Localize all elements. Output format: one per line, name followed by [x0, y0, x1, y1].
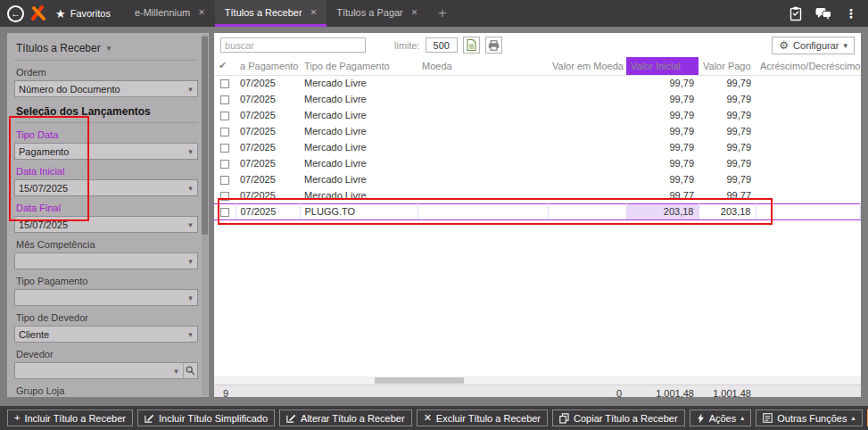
row-checkbox[interactable]: [220, 128, 229, 136]
table-body: 07/2025Mercado Livre99,7999,7907/2025Mer…: [214, 75, 861, 219]
export-button[interactable]: [463, 37, 480, 54]
search-input[interactable]: [220, 37, 366, 53]
row-checkbox[interactable]: [220, 144, 229, 153]
tab-e-millennium[interactable]: e-Millennium ✕: [125, 0, 215, 27]
chevron-down-icon: ▾: [169, 367, 183, 376]
table-row[interactable]: 07/2025Mercado Livre99,7999,79: [214, 75, 861, 91]
ordem-dropdown[interactable]: Número do Documento ▾: [14, 80, 198, 97]
column-header-valor-pago[interactable]: Valor Pago: [699, 57, 756, 75]
table-row[interactable]: 07/2025Mercado Livre99,7799,77: [214, 187, 861, 203]
close-icon[interactable]: ✕: [198, 8, 205, 17]
acoes-button[interactable]: Ações ▴: [690, 409, 752, 426]
kebab-menu-icon[interactable]: ⋮: [845, 6, 857, 21]
row-checkbox-cell: [214, 75, 236, 91]
table-cell: [756, 91, 861, 107]
row-checkbox[interactable]: [220, 160, 229, 169]
tipo-devedor-dropdown[interactable]: Cliente ▾: [14, 326, 198, 343]
tab-label: Títulos a Pagar: [336, 7, 403, 18]
table-row[interactable]: 07/2025Mercado Livre99,7999,79: [214, 155, 861, 171]
back-button[interactable]: ←: [7, 5, 24, 22]
chevron-down-icon: ▾: [184, 294, 197, 302]
favorites-button[interactable]: ★ Favoritos: [55, 7, 111, 21]
table-row[interactable]: 07/2025Mercado Livre99,7999,79: [214, 107, 861, 123]
chat-icon[interactable]: [815, 7, 831, 21]
topbar-right-icons: ⋮: [789, 6, 857, 21]
dropdown-value: [15, 293, 184, 302]
scrollbar-thumb[interactable]: [375, 377, 464, 384]
devedor-dropdown[interactable]: ▾: [14, 362, 198, 379]
row-checkbox[interactable]: [220, 112, 229, 120]
outras-funcoes-button[interactable]: Outras Funções ▴: [756, 409, 862, 426]
field-label-tipo-data: Tipo Data: [16, 129, 198, 141]
field-label-grupo-loja: Grupo Loja: [16, 385, 198, 397]
tab-titulos-a-pagar[interactable]: Títulos a Pagar ✕: [327, 0, 427, 27]
data-inicial-dropdown[interactable]: 15/07/2025 ▾: [14, 179, 198, 196]
table-cell: 99,79: [699, 107, 756, 123]
incluir-titulo-simplificado-button[interactable]: Incluir Título Simplificado: [137, 409, 275, 426]
column-header-valor-inicial[interactable]: Valor Inicial: [626, 57, 699, 75]
scrollbar-thumb[interactable]: [202, 37, 208, 235]
column-header-valor-em-moeda[interactable]: Valor em Moeda: [548, 57, 626, 75]
table-cell: 99,79: [626, 155, 699, 171]
search-icon[interactable]: [183, 363, 197, 378]
tipo-data-dropdown[interactable]: Pagamento ▾: [14, 143, 198, 160]
field-data-final: Data Final 15/07/2025 ▾: [14, 203, 198, 233]
table-cell: [548, 139, 626, 155]
chevron-down-icon: ▾: [184, 257, 197, 266]
table-cell: [417, 91, 548, 107]
table-cell: [548, 75, 626, 91]
sidebar-scrollbar[interactable]: [202, 35, 208, 395]
table-row[interactable]: 07/2025PLUGG.TO203,18203,18: [214, 203, 861, 219]
copiar-titulo-button[interactable]: Copiar Título a Receber: [552, 409, 685, 426]
tab-label: Títulos a Receber: [225, 7, 302, 18]
tab-titulos-a-receber[interactable]: Títulos a Receber ✕: [215, 0, 327, 27]
configure-button[interactable]: ⚙ Configurar ▾: [772, 37, 855, 54]
alterar-titulo-button[interactable]: Alterar Título a Receber: [279, 409, 412, 426]
new-tab-button[interactable]: +: [438, 5, 446, 21]
excluir-titulo-button[interactable]: ✕ Excluir Título a Receber: [417, 409, 548, 426]
table-cell: [756, 75, 861, 91]
table-row[interactable]: 07/2025Mercado Livre99,7999,79: [214, 139, 861, 155]
row-checkbox[interactable]: [220, 208, 229, 217]
row-checkbox-cell: [214, 203, 236, 219]
table-cell: Mercado Livre: [300, 75, 417, 91]
incluir-titulo-button[interactable]: + Incluir Título a Receber: [7, 409, 133, 426]
column-header-moeda[interactable]: Moeda: [417, 57, 548, 75]
table-row[interactable]: 07/2025Mercado Livre99,7999,79: [214, 123, 861, 139]
select-all-header[interactable]: ✔: [214, 57, 236, 75]
clipboard-icon[interactable]: [789, 6, 802, 21]
table-cell: [548, 187, 626, 203]
print-button[interactable]: [485, 37, 502, 54]
table-row[interactable]: 07/2025Mercado Livre99,7999,79: [214, 91, 861, 107]
button-label: Copiar Título a Receber: [574, 413, 678, 424]
table-cell: 99,79: [626, 139, 699, 155]
column-header-data-pagamento[interactable]: a Pagamento: [236, 57, 300, 75]
table-cell: [756, 123, 861, 139]
field-label-data-inicial: Data Inicial: [16, 166, 198, 178]
field-data-inicial: Data Inicial 15/07/2025 ▾: [14, 166, 198, 196]
mes-competencia-dropdown[interactable]: ▾: [14, 252, 198, 269]
tab-label: e-Millennium: [135, 7, 190, 18]
tipo-pagamento-dropdown[interactable]: ▾: [14, 289, 198, 306]
chevron-down-icon: ▾: [843, 41, 847, 50]
column-header-tipo-pagamento[interactable]: Tipo de Pagamento: [300, 57, 417, 75]
table-cell: [756, 107, 861, 123]
row-checkbox-cell: [214, 187, 236, 203]
close-icon[interactable]: ✕: [411, 8, 418, 17]
column-header-acrescimo-decrescimo[interactable]: Acréscimo/Decréscimo: [756, 57, 861, 75]
button-label: Excluir Título a Receber: [436, 413, 541, 424]
field-ordem: Ordem Número do Documento ▾: [14, 67, 198, 97]
row-checkbox[interactable]: [220, 95, 229, 104]
sidebar-title[interactable]: Títulos a Receber ▾: [14, 40, 198, 61]
row-checkbox[interactable]: [220, 192, 229, 201]
sidebar-title-label: Títulos a Receber: [16, 42, 101, 54]
row-checkbox[interactable]: [220, 176, 229, 185]
horizontal-scrollbar[interactable]: [214, 376, 861, 385]
close-icon[interactable]: ✕: [310, 8, 318, 17]
table-cell: Mercado Livre: [300, 171, 417, 187]
row-checkbox[interactable]: [220, 79, 229, 88]
table-row[interactable]: 07/2025Mercado Livre99,7999,79: [214, 171, 861, 187]
data-final-dropdown[interactable]: 15/07/2025 ▾: [14, 216, 198, 233]
dropdown-value: 15/07/2025: [15, 219, 184, 230]
limit-input[interactable]: [426, 37, 458, 53]
